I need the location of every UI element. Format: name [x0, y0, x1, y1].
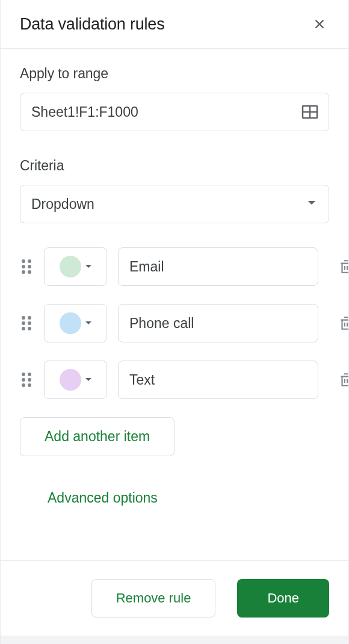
range-label: Apply to range	[20, 66, 329, 82]
drag-handle[interactable]	[20, 370, 33, 389]
delete-option-button[interactable]	[334, 368, 348, 392]
remove-rule-button[interactable]: Remove rule	[91, 579, 216, 618]
svg-point-9	[22, 270, 25, 274]
svg-point-5	[22, 259, 25, 263]
option-row	[20, 304, 329, 342]
data-validation-dialog: Data validation rules Apply to range Cri…	[0, 0, 349, 644]
svg-point-6	[28, 259, 31, 263]
range-input[interactable]	[20, 93, 329, 131]
trash-icon	[338, 258, 348, 276]
drag-icon	[20, 314, 33, 333]
dialog-content: Apply to range Criteria Dropdown	[1, 49, 348, 560]
color-chip-button[interactable]	[44, 247, 107, 286]
svg-point-10	[28, 270, 31, 274]
chevron-down-icon	[85, 377, 92, 382]
color-chip-button[interactable]	[44, 361, 107, 399]
svg-point-19	[22, 378, 25, 382]
chevron-down-icon	[85, 264, 92, 269]
grid-icon	[301, 105, 318, 119]
svg-point-8	[28, 265, 31, 268]
dialog-header: Data validation rules	[1, 0, 348, 49]
option-value-input[interactable]	[118, 361, 318, 399]
trash-icon	[338, 314, 348, 332]
color-chip-button[interactable]	[44, 304, 107, 342]
svg-point-11	[22, 316, 25, 320]
svg-point-22	[28, 383, 31, 387]
svg-point-7	[22, 265, 25, 268]
criteria-label: Criteria	[20, 158, 329, 174]
svg-point-21	[22, 383, 25, 387]
svg-point-14	[28, 321, 31, 325]
drag-handle[interactable]	[20, 257, 33, 276]
svg-point-17	[22, 373, 25, 376]
svg-point-20	[28, 378, 31, 382]
close-icon	[313, 17, 326, 31]
dialog-title: Data validation rules	[20, 15, 164, 34]
option-value-input[interactable]	[118, 304, 318, 342]
svg-point-18	[28, 373, 31, 376]
drag-handle[interactable]	[20, 314, 33, 333]
svg-point-13	[22, 321, 25, 325]
delete-option-button[interactable]	[334, 311, 348, 335]
svg-point-12	[28, 316, 31, 320]
select-range-button[interactable]	[299, 101, 321, 123]
svg-point-16	[28, 327, 31, 330]
color-swatch	[60, 369, 81, 391]
criteria-select[interactable]: Dropdown	[20, 185, 329, 223]
option-row	[20, 247, 329, 286]
done-button[interactable]: Done	[237, 579, 329, 618]
add-item-button[interactable]: Add another item	[20, 417, 174, 456]
drag-icon	[20, 370, 33, 389]
option-row	[20, 361, 329, 399]
trash-icon	[338, 371, 348, 389]
drag-icon	[20, 257, 33, 276]
dialog-footer: Remove rule Done	[1, 560, 348, 636]
color-swatch	[60, 312, 81, 334]
bottom-strip	[1, 636, 348, 644]
delete-option-button[interactable]	[334, 255, 348, 279]
range-input-wrap	[20, 93, 329, 131]
option-value-input[interactable]	[118, 247, 318, 286]
chevron-down-icon	[85, 321, 92, 326]
criteria-select-wrap: Dropdown	[20, 185, 329, 247]
close-button[interactable]	[307, 12, 332, 36]
svg-point-15	[22, 327, 25, 330]
advanced-options-button[interactable]: Advanced options	[48, 490, 158, 506]
color-swatch	[60, 256, 81, 277]
